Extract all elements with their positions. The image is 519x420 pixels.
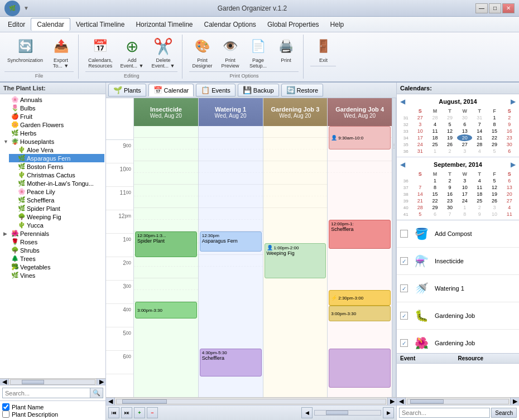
page-setup-button[interactable]: 📄 PageSetup... <box>245 35 271 70</box>
h-scroll-right[interactable]: ▶ <box>387 398 396 405</box>
sep-d23[interactable]: 23 <box>443 197 458 204</box>
tree-item-bulbs[interactable]: 🌷 Bulbs <box>1 104 104 112</box>
tree-item-vines[interactable]: 🌿 Vines <box>1 271 104 279</box>
aug-6[interactable]: 6 <box>457 121 472 128</box>
nav-first[interactable]: ⏮ <box>108 407 119 418</box>
aug-29[interactable]: 29 <box>443 114 458 121</box>
tree-item-asparagus-fern[interactable]: 🌿 Asparagus Fern <box>9 154 104 162</box>
sep-d16[interactable]: 16 <box>443 191 458 197</box>
event-9-30am[interactable]: 👤 9:30am-10:0 <box>329 126 391 149</box>
right-h-scrollbar[interactable]: ◀ ▶ <box>397 397 519 405</box>
aug-5[interactable]: 5 <box>443 121 458 128</box>
sep-next-btn[interactable]: ▶ <box>511 161 516 168</box>
sep-oct6[interactable]: 6 <box>427 211 443 218</box>
tab-plants[interactable]: 🌱 Plants <box>108 84 146 96</box>
sep-d1[interactable]: 1 <box>427 177 443 184</box>
aug-16[interactable]: 16 <box>502 128 517 134</box>
tab-restore[interactable]: 🔄 Restore <box>281 84 324 96</box>
h-scroll-track[interactable] <box>116 399 386 404</box>
print-button[interactable]: 🖨️ Print <box>273 35 299 65</box>
sep-d21[interactable]: 21 <box>413 197 428 204</box>
aug-17[interactable]: 17 <box>413 134 428 141</box>
minimize-button[interactable]: — <box>475 3 488 13</box>
tree-scrollbar[interactable]: ◀ ▶ <box>0 378 105 385</box>
gardening-checkbox[interactable] <box>400 312 408 320</box>
sep-oct4[interactable]: 4 <box>502 204 517 211</box>
resource-watering1[interactable]: 🚿 Watering 1 <box>397 275 519 302</box>
calendar-h-scrollbar[interactable]: ◀ ▶ <box>106 397 396 405</box>
close-button[interactable]: ✕ <box>502 3 515 13</box>
right-scroll-track[interactable] <box>407 399 509 404</box>
sep-d17[interactable]: 17 <box>457 191 472 197</box>
plant-search-input[interactable] <box>3 389 90 398</box>
aug-7[interactable]: 7 <box>472 121 487 128</box>
aug-22[interactable]: 22 <box>487 134 502 141</box>
aug-26[interactable]: 26 <box>443 141 458 148</box>
tree-item-fruit[interactable]: 🍎 Fruit <box>1 112 104 120</box>
maximize-button[interactable]: □ <box>489 3 501 13</box>
tree-item-perennials[interactable]: ▶ 🌺 Perennials <box>1 229 104 238</box>
sep-oct9[interactable]: 9 <box>472 211 487 218</box>
tree-item-shrubs[interactable]: 🌳 Shrubs <box>1 246 104 254</box>
delete-event-button[interactable]: ✂️ DeleteEvent... ▼ <box>149 35 178 70</box>
tree-item-roses[interactable]: 🌹 Roses <box>1 238 104 246</box>
menu-calendar[interactable]: Calendar <box>31 18 70 31</box>
time-scroll-thumb[interactable] <box>326 411 348 415</box>
aug-27b[interactable]: 27 <box>457 141 472 148</box>
scroll-track[interactable] <box>10 379 95 385</box>
aug-31[interactable]: 31 <box>472 114 487 121</box>
sep-oct8[interactable]: 8 <box>457 211 472 218</box>
tree-item-herbs[interactable]: 🌿 Herbs <box>1 129 104 137</box>
sep-d29[interactable]: 29 <box>427 204 443 211</box>
sep-d20[interactable]: 20 <box>502 191 517 197</box>
sep-2[interactable]: 2 <box>443 148 458 155</box>
aug-11[interactable]: 11 <box>427 128 443 134</box>
sync-button[interactable]: 🔄 Synchronization <box>4 35 46 65</box>
gardening2-checkbox[interactable] <box>400 339 408 347</box>
print-preview-button[interactable]: 👁️ PrintPreview <box>217 35 243 70</box>
sep-d10[interactable]: 10 <box>457 184 472 191</box>
menu-editor[interactable]: Editor <box>2 18 31 31</box>
event-asparagus-fern[interactable]: 12:30pm Asparagus Fern <box>200 231 262 252</box>
tree-item-peace-lily[interactable]: 🌸 Peace Lily <box>9 187 104 196</box>
aug-23[interactable]: 23 <box>502 134 517 141</box>
time-scrollbar[interactable] <box>314 410 381 416</box>
sep-oct10[interactable]: 10 <box>487 211 502 218</box>
sep-d9[interactable]: 9 <box>443 184 458 191</box>
menu-help[interactable]: Help <box>325 18 350 31</box>
resource-gardening-job2[interactable]: 🌺 Gardening Job <box>397 330 519 353</box>
tree-item-houseplants[interactable]: ▼ 🪴 Houseplants <box>1 137 104 146</box>
sep-oct11[interactable]: 11 <box>502 211 517 218</box>
resource-add-compost[interactable]: 🪣 Add Compost <box>397 220 519 248</box>
tree-item-yucca[interactable]: 🌵 Yucca <box>9 221 104 229</box>
tab-backup[interactable]: 💾 Backup <box>238 84 279 96</box>
resource-insecticide[interactable]: ⚗️ Insecticide <box>397 248 519 275</box>
aug-31b[interactable]: 31 <box>413 148 428 155</box>
sep-4[interactable]: 4 <box>472 148 487 155</box>
col-resize-handle[interactable]: ⋮ <box>392 98 396 397</box>
sep-oct5[interactable]: 5 <box>413 211 428 218</box>
sep-6[interactable]: 6 <box>502 148 517 155</box>
nav-back[interactable]: ◀ <box>301 407 313 418</box>
tab-calendar[interactable]: 📅 Calendar <box>148 84 194 96</box>
event-4-30pm-g4[interactable] <box>329 349 391 388</box>
sep-d19[interactable]: 19 <box>487 191 502 197</box>
aug-13[interactable]: 13 <box>457 128 472 134</box>
aug-2[interactable]: 2 <box>502 114 517 121</box>
aug-28[interactable]: 28 <box>427 114 443 121</box>
plant-description-checkbox[interactable] <box>2 411 9 418</box>
right-search-button[interactable]: Search <box>491 408 517 418</box>
sep-d18[interactable]: 18 <box>472 191 487 197</box>
sep-d6[interactable]: 6 <box>502 177 517 184</box>
sep-d3[interactable]: 3 <box>457 177 472 184</box>
resource-gardening-job[interactable]: 🐛 Gardening Job <box>397 302 519 330</box>
event-2-30pm[interactable]: ⚡ 2:30pm-3:00 <box>329 290 391 306</box>
aug-24[interactable]: 24 <box>413 141 428 148</box>
sep-prev-btn[interactable]: ◀ <box>400 161 405 168</box>
nav-remove[interactable]: − <box>147 407 158 418</box>
sep-d24[interactable]: 24 <box>457 197 472 204</box>
aug-14[interactable]: 14 <box>472 128 487 134</box>
aug-30[interactable]: 30 <box>457 114 472 121</box>
sep-d25[interactable]: 25 <box>472 197 487 204</box>
scroll-right-btn[interactable]: ▶ <box>97 379 105 385</box>
